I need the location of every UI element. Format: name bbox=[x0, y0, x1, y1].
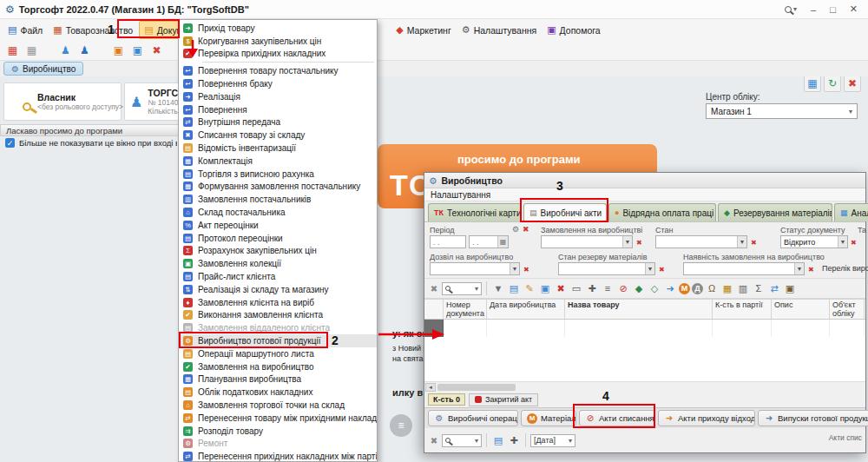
search-box[interactable]: ▾ bbox=[442, 282, 482, 295]
menu-item-torhova-tochka-sklad[interactable]: ⌂ Замовлення торгової точки на склад bbox=[179, 399, 377, 412]
menu-item-planuvannia-vyrobnytstva[interactable]: ▦ Планування виробництва bbox=[179, 373, 377, 386]
tab-usage-analysis[interactable]: ▦ Аналіз використання о bbox=[834, 203, 868, 221]
unreserve-icon[interactable]: ◇ bbox=[648, 281, 661, 295]
menu-item-vykonannia-zamovlennia[interactable]: ✔ Виконання замовлення клієнта bbox=[179, 309, 377, 322]
menu-item-vnutrishnia-peredacha[interactable]: ⇄ Внутрішня передача bbox=[179, 116, 377, 129]
menu-item-povernennia[interactable]: ↩ Повернення bbox=[179, 103, 377, 116]
menu-item-rozpodil-tovaru[interactable]: ⇉ Розподіл товару bbox=[179, 425, 377, 438]
sync-icon[interactable]: ▣ bbox=[129, 43, 146, 59]
details-icon[interactable]: Д bbox=[692, 283, 703, 294]
scrollbar-thumb[interactable] bbox=[437, 384, 516, 391]
minimize-button[interactable]: – bbox=[811, 4, 816, 15]
presence-filter-clear-icon[interactable]: ✖ bbox=[808, 266, 814, 274]
column-header[interactable]: Дата виробництва bbox=[487, 300, 565, 319]
date-group-select[interactable]: [Дата] ▾ bbox=[530, 434, 575, 447]
period-to-input[interactable]: . . ▦ bbox=[469, 235, 509, 248]
state-filter-combo[interactable]: ▼ bbox=[655, 235, 747, 248]
tab-writeoff-acts[interactable]: ⊘ Акти списання bbox=[579, 410, 655, 426]
clear-search-icon[interactable]: ✖ bbox=[428, 436, 440, 446]
menu-item-zamovlennia-na-vyrib[interactable]: ♦ Замовлення клієнта на виріб bbox=[179, 296, 377, 309]
timesheet-icon[interactable]: ▦ bbox=[4, 43, 21, 59]
attach-icon[interactable]: ✚ bbox=[585, 281, 599, 295]
sum-icon[interactable]: Σ bbox=[752, 281, 766, 295]
settings-menu-item[interactable]: Налаштування bbox=[431, 190, 490, 200]
close-panel-icon[interactable]: ✖ bbox=[844, 75, 861, 92]
menu-item-sklad-postachalnyka[interactable]: ⌂ Склад постачальника bbox=[179, 206, 377, 219]
filter-settings-icon[interactable]: ⚙ bbox=[512, 225, 519, 234]
menu-item-protokol-pereotsinky[interactable]: ▤ Протокол переоцінки bbox=[179, 232, 377, 245]
reserve-icon[interactable]: ◆ bbox=[632, 281, 646, 295]
menu-item-zamovlennia-postachalnykiv[interactable]: ▥ Замовлення постачальників bbox=[179, 193, 377, 206]
orders-filter-combo[interactable]: ▼ bbox=[541, 235, 633, 248]
search-box[interactable]: ▾ bbox=[442, 434, 482, 447]
menu-item-povernennia-postachalnyku[interactable]: ↩ Повернення товару постачальнику bbox=[179, 64, 377, 77]
horizontal-scrollbar[interactable]: ◂ bbox=[424, 381, 865, 392]
menu-item-prykhid-tovaru[interactable]: ➜ Прихід товару bbox=[179, 22, 377, 35]
state-filter-clear-icon[interactable]: ✖ bbox=[751, 239, 757, 247]
exit-icon[interactable]: ✖ bbox=[148, 43, 165, 59]
tab-finished-goods[interactable]: ➜ Випуски готової продукції bbox=[758, 410, 868, 426]
cart-icon[interactable]: ▣ bbox=[783, 281, 797, 295]
menu-item-spysannia-zi-skladu[interactable]: ✖ Списання товару зі складу bbox=[179, 129, 377, 142]
tab-piecework-pay[interactable]: ● Відрядна оплата праці bbox=[608, 203, 716, 221]
menu-item-torhivlia-rakhunka[interactable]: ▤ Торгівля з виписною рахунка bbox=[179, 168, 377, 181]
copy-act-icon[interactable]: ▣ bbox=[538, 281, 552, 295]
menu-marketing[interactable]: ◆ Маркетинг bbox=[391, 22, 456, 38]
edit-act-icon[interactable]: ✎ bbox=[523, 281, 536, 295]
columns-icon[interactable]: ▥ bbox=[736, 281, 750, 295]
reserve-filter-clear-icon[interactable]: ✖ bbox=[659, 266, 665, 274]
dont-show-checkbox[interactable]: ✓ bbox=[5, 138, 15, 148]
menu-item-akt-pereotsinky[interactable]: % Акт переоцінки bbox=[179, 219, 377, 232]
clear-search-icon[interactable]: ✖ bbox=[428, 284, 440, 294]
menu-file[interactable]: ▤ Файл bbox=[3, 22, 47, 38]
menu-item-komplektatsiia[interactable]: ▦ Комплектація bbox=[179, 155, 377, 168]
status-filter-clear-icon[interactable]: ✖ bbox=[851, 239, 857, 247]
maximize-button[interactable]: □ bbox=[830, 4, 836, 15]
menu-item-zamovlennia-na-vyrobnytstvo[interactable]: ✔ Замовлення на виробництво bbox=[179, 360, 377, 373]
filter-icon[interactable]: ▼ bbox=[491, 281, 505, 295]
tab-tech-cards[interactable]: ТК Технологічні карти bbox=[428, 203, 522, 221]
clients-icon[interactable]: ♟ bbox=[76, 43, 93, 59]
menu-item-viddalenyi-kliient[interactable]: ▤ Замовлення віддаленого клієнта bbox=[179, 321, 377, 334]
cash-register-icon[interactable]: ▣ bbox=[110, 43, 127, 59]
package-icon[interactable]: ▦ bbox=[720, 281, 734, 295]
menu-item-prais-lyst[interactable]: ▤ Прайс-лист клієнта bbox=[179, 270, 377, 283]
materials-icon[interactable]: М bbox=[679, 283, 690, 294]
menu-item-marshrutnyi-lyst[interactable]: ▤ Операції маршрутного листа bbox=[179, 347, 377, 360]
menu-item-realizatsiia[interactable]: ➜ Реалізація bbox=[179, 90, 377, 103]
column-header[interactable] bbox=[424, 300, 444, 319]
block-icon[interactable]: ⊘ bbox=[616, 281, 630, 295]
tab-material-reserve[interactable]: ◆ Резервування матеріалів bbox=[718, 203, 832, 221]
column-header[interactable]: Опис bbox=[772, 300, 830, 319]
permission-filter-combo[interactable]: ▼ bbox=[430, 262, 520, 275]
menu-item-perenesennia-mizh-partiiamy[interactable]: ⇄ Перенесення прихідних накладних між па… bbox=[179, 450, 377, 462]
clip-icon[interactable]: ✚ bbox=[507, 433, 521, 447]
period-from-input[interactable]: . . bbox=[430, 235, 466, 248]
refresh-icon[interactable]: ↻ bbox=[824, 75, 841, 92]
menu-item-perevirka-nakladnykh[interactable]: ✔ Перевірка прихідних накладних bbox=[179, 48, 377, 61]
menu-item-remont[interactable]: ⚙ Ремонт bbox=[179, 438, 377, 451]
tab-production-operations[interactable]: ⚙ Виробничі операції bbox=[428, 410, 518, 426]
tab-materials[interactable]: М Матеріали bbox=[521, 410, 576, 426]
production-module-chip[interactable]: ⚙ Виробництво bbox=[3, 62, 83, 76]
column-header[interactable]: Назва товару bbox=[565, 300, 713, 319]
column-header[interactable]: К-сть в партії bbox=[713, 300, 772, 319]
grid-view-icon[interactable]: ▦ bbox=[804, 75, 821, 92]
reserve-filter-combo[interactable]: ▼ bbox=[558, 262, 655, 275]
print-icon[interactable]: ▭ bbox=[569, 281, 583, 295]
close-button[interactable]: ✕ bbox=[850, 3, 858, 15]
menu-goods[interactable]: ▦ Товарознавство bbox=[49, 22, 137, 38]
menu-item-podatkovi-nakladni[interactable]: ▤ Облік податкових накладних bbox=[179, 386, 377, 399]
tab-production-acts[interactable]: ▤ Виробничі акти bbox=[523, 203, 607, 221]
permission-filter-clear-icon[interactable]: ✖ bbox=[523, 266, 529, 274]
weigh-icon[interactable]: Ω bbox=[705, 281, 719, 295]
doc-icon[interactable]: ▤ bbox=[491, 433, 505, 447]
filter-clear-icon[interactable]: ✖ bbox=[523, 225, 529, 234]
client-card-icon[interactable]: ♟ bbox=[57, 43, 74, 59]
transfer-icon[interactable]: ➜ bbox=[663, 281, 677, 295]
menu-settings[interactable]: ⚙ Налаштування bbox=[457, 22, 541, 38]
exchange-icon[interactable]: ⇄ bbox=[767, 281, 781, 295]
add-act-icon[interactable]: ▤ bbox=[507, 281, 521, 295]
menu-item-koryh-zakup-tsin[interactable]: $ Коригування закупівельних цін bbox=[179, 35, 377, 48]
menu-item-realizatsiia-sklad-mahazyn[interactable]: ⇅ Реалізація зі складу та магазину bbox=[179, 283, 377, 296]
